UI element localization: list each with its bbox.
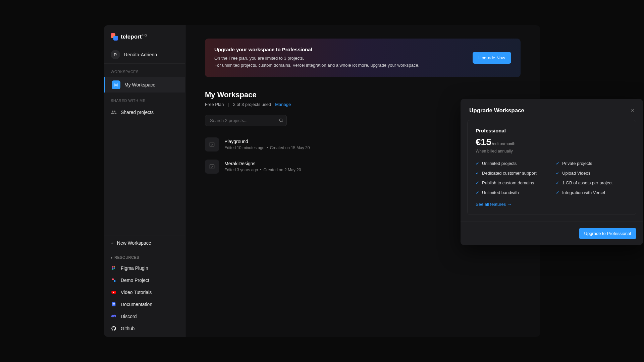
shared-label: SHARED WITH ME bbox=[104, 93, 185, 106]
plan-unit: /editor/month bbox=[492, 141, 516, 146]
resources-toggle[interactable]: ▾ RESOURCES bbox=[104, 250, 185, 262]
arrow-right-icon: → bbox=[507, 202, 512, 207]
svg-rect-11 bbox=[113, 305, 114, 305]
svg-point-12 bbox=[279, 119, 282, 121]
feature-item: ✓Unlimited projects bbox=[476, 161, 548, 166]
check-icon: ✓ bbox=[556, 180, 559, 185]
check-icon: ✓ bbox=[556, 161, 559, 166]
close-icon[interactable]: × bbox=[631, 107, 634, 114]
workspace-name: My Workspace bbox=[124, 82, 155, 87]
upgrade-now-button[interactable]: Upgrade Now bbox=[473, 52, 512, 64]
resource-figma[interactable]: Figma Plugin bbox=[104, 262, 185, 274]
check-icon: ✓ bbox=[556, 190, 559, 195]
github-icon bbox=[111, 325, 117, 331]
docs-icon bbox=[111, 301, 117, 307]
caret-down-icon: ▾ bbox=[111, 256, 112, 259]
feature-item: ✓Publish to custom domains bbox=[476, 180, 548, 185]
resource-video[interactable]: Video Tutorials bbox=[104, 286, 185, 298]
resource-discord[interactable]: Discord bbox=[104, 310, 185, 322]
svg-point-0 bbox=[112, 266, 113, 267]
shared-text: Shared projects bbox=[121, 110, 154, 115]
resource-demo[interactable]: Demo Project bbox=[104, 274, 185, 286]
check-icon: ✓ bbox=[476, 190, 479, 195]
resource-label: Github bbox=[121, 326, 135, 331]
svg-point-1 bbox=[113, 266, 115, 267]
svg-point-2 bbox=[112, 267, 113, 269]
plus-icon: + bbox=[111, 240, 114, 246]
svg-point-4 bbox=[112, 269, 113, 270]
logo[interactable]: teleportHQ bbox=[104, 25, 185, 46]
sidebar: teleportHQ R Renáta-Adrienn WORKSPACES M… bbox=[104, 25, 185, 337]
feature-item: ✓Private projects bbox=[556, 161, 628, 166]
feature-grid: ✓Unlimited projects ✓Private projects ✓D… bbox=[476, 161, 628, 195]
new-workspace-label: New Workspace bbox=[117, 240, 151, 246]
resource-label: Figma Plugin bbox=[121, 265, 148, 271]
svg-rect-10 bbox=[113, 304, 115, 304]
workspace-badge: M bbox=[112, 80, 120, 89]
new-workspace-button[interactable]: + New Workspace bbox=[104, 236, 185, 250]
resource-label: Demo Project bbox=[121, 278, 149, 283]
project-thumb-icon bbox=[205, 137, 219, 152]
svg-line-13 bbox=[282, 121, 283, 122]
banner-title: Upgrade your workspace to Professional bbox=[214, 47, 473, 52]
feature-item: ✓Dedicated customer support bbox=[476, 171, 548, 176]
search-wrap bbox=[205, 115, 287, 126]
upgrade-to-pro-button[interactable]: Upgrade to Professional bbox=[579, 228, 636, 239]
plan-billing: When billed annually bbox=[476, 149, 628, 154]
check-icon: ✓ bbox=[476, 171, 479, 176]
plan-card: Professional €15 /editor/month When bill… bbox=[467, 120, 636, 215]
modal-title: Upgrade Workspace bbox=[469, 107, 524, 114]
project-name: MerakiDesigns bbox=[224, 161, 301, 166]
logo-text: teleportHQ bbox=[121, 34, 147, 40]
svg-rect-14 bbox=[210, 142, 214, 146]
logo-icon bbox=[111, 33, 118, 41]
feature-item: ✓Upload Videos bbox=[556, 171, 628, 176]
see-all-link[interactable]: See all features→ bbox=[476, 202, 512, 207]
upgrade-banner: Upgrade your workspace to Professional O… bbox=[205, 39, 521, 77]
resources-label: RESOURCES bbox=[114, 255, 139, 259]
avatar: R bbox=[111, 50, 120, 59]
project-sub: Edited 3 years ago•Created on 2 May 20 bbox=[224, 168, 301, 172]
feature-item: ✓1 GB of assets per project bbox=[556, 180, 628, 185]
user-name: Renáta-Adrienn bbox=[124, 52, 157, 57]
figma-icon bbox=[111, 265, 117, 271]
youtube-icon bbox=[111, 289, 117, 295]
divider: | bbox=[228, 102, 229, 107]
project-sub: Edited 10 minutes ago•Created on 15 May … bbox=[224, 145, 310, 150]
banner-text: On the Free plan, you are limited to 3 p… bbox=[214, 55, 473, 69]
resource-docs[interactable]: Documentation bbox=[104, 298, 185, 310]
resource-label: Video Tutorials bbox=[121, 290, 152, 295]
check-icon: ✓ bbox=[556, 171, 559, 176]
check-icon: ✓ bbox=[476, 180, 479, 185]
search-icon bbox=[279, 118, 283, 123]
resource-label: Discord bbox=[121, 314, 137, 319]
manage-link[interactable]: Manage bbox=[275, 102, 291, 107]
svg-rect-9 bbox=[113, 303, 115, 304]
project-thumb-icon bbox=[205, 160, 219, 174]
discord-icon bbox=[111, 313, 117, 319]
svg-rect-6 bbox=[114, 280, 115, 282]
resource-label: Documentation bbox=[121, 302, 152, 307]
sidebar-workspace-item[interactable]: M My Workspace bbox=[104, 77, 185, 93]
feature-item: ✓Integration with Vercel bbox=[556, 190, 628, 195]
check-icon: ✓ bbox=[476, 161, 479, 166]
plan-price: €15 bbox=[476, 137, 491, 147]
svg-rect-5 bbox=[112, 279, 114, 280]
sidebar-shared-projects[interactable]: Shared projects bbox=[104, 106, 185, 119]
app-frame: teleportHQ R Renáta-Adrienn WORKSPACES M… bbox=[104, 25, 540, 337]
search-input[interactable] bbox=[205, 115, 287, 126]
upgrade-modal: Upgrade Workspace × Professional €15 /ed… bbox=[461, 99, 643, 245]
feature-item: ✓Unlimited bandwith bbox=[476, 190, 548, 195]
plan-label: Free Plan bbox=[205, 102, 224, 107]
page-title: My Workspace bbox=[205, 90, 521, 99]
people-icon bbox=[111, 109, 117, 115]
project-name: Playground bbox=[224, 139, 310, 144]
svg-rect-15 bbox=[210, 164, 214, 169]
svg-point-3 bbox=[113, 267, 115, 269]
resource-github[interactable]: Github bbox=[104, 322, 185, 337]
user-row[interactable]: R Renáta-Adrienn bbox=[104, 46, 185, 64]
demo-icon bbox=[111, 277, 117, 283]
workspaces-label: WORKSPACES bbox=[104, 64, 185, 77]
usage-text: 2 of 3 projects used bbox=[233, 102, 271, 107]
plan-name: Professional bbox=[476, 128, 628, 133]
